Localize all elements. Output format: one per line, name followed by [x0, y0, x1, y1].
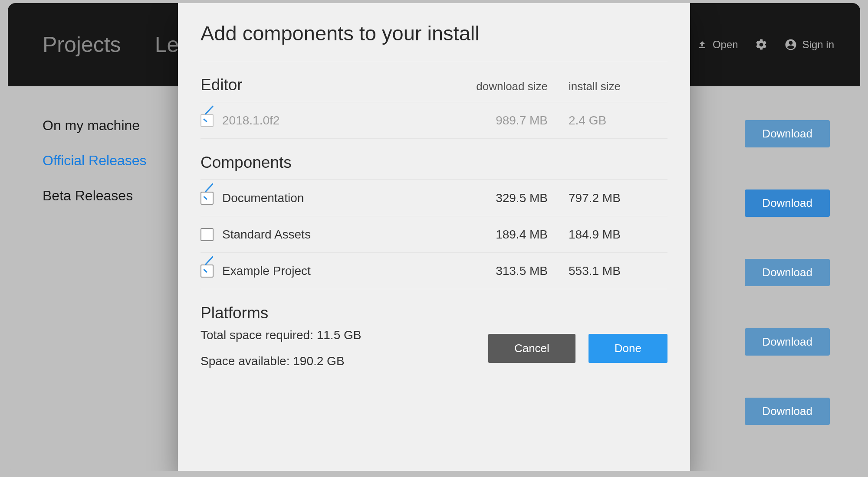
section-components: Components [201, 154, 444, 172]
editor-row: 2018.1.0f2 989.7 MB 2.4 GB [201, 102, 667, 139]
editor-name: 2018.1.0f2 [222, 114, 444, 127]
col-install-size: install size [569, 80, 664, 93]
component-install-size: 797.2 MB [569, 191, 664, 205]
component-name: Standard Assets [222, 228, 444, 242]
modal-overlay: Add components to your install Editor do… [8, 3, 860, 471]
cancel-button[interactable]: Cancel [488, 334, 575, 363]
col-download-size: download size [444, 80, 548, 93]
component-install-size: 553.1 MB [569, 264, 664, 278]
component-checkbox[interactable] [201, 192, 214, 205]
editor-install-size: 2.4 GB [569, 114, 664, 127]
component-download-size: 329.5 MB [444, 191, 548, 205]
component-row: Documentation 329.5 MB 797.2 MB [201, 180, 667, 216]
editor-checkbox[interactable] [201, 114, 214, 127]
component-row: Standard Assets 189.4 MB 184.9 MB [201, 216, 667, 253]
component-download-size: 313.5 MB [444, 264, 548, 278]
space-available: Space available: 190.2 GB [201, 354, 361, 368]
component-checkbox[interactable] [201, 228, 214, 241]
modal-title: Add components to your install [201, 21, 667, 61]
section-editor: Editor [201, 76, 444, 94]
section-platforms: Platforms [201, 304, 667, 327]
add-components-modal: Add components to your install Editor do… [178, 3, 690, 471]
component-checkbox[interactable] [201, 265, 214, 278]
done-button[interactable]: Done [589, 334, 667, 363]
total-space-required: Total space required: 11.5 GB [201, 328, 361, 342]
component-row: Example Project 313.5 MB 553.1 MB [201, 253, 667, 289]
component-download-size: 189.4 MB [444, 228, 548, 242]
component-name: Example Project [222, 264, 444, 278]
component-name: Documentation [222, 191, 444, 205]
component-install-size: 184.9 MB [569, 228, 664, 242]
editor-download-size: 989.7 MB [444, 114, 548, 127]
